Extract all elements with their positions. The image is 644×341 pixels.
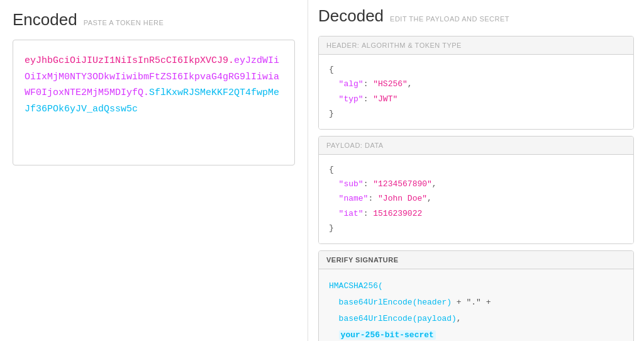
verify-section: VERIFY SIGNATURE HMACSHA256( base64UrlEn… [318,250,634,341]
hmac-func: HMACSHA256( [329,281,383,291]
typ-value: "JWT" [373,94,397,104]
header-label: HEADER: [326,42,359,49]
header-section-header: HEADER: ALGORITHM & TOKEN TYPE [319,36,633,55]
base64-header: base64UrlEncode(header) [339,298,452,307]
encoded-token-box[interactable]: eyJhbGciOiJIUzI1NiIsInR5cCI6IkpXVCJ9.eyJ… [13,40,295,165]
payload-section-body[interactable]: { "sub": "1234567890", "name": "John Doe… [319,155,633,243]
open-brace-2: { [329,165,334,174]
token-part1: eyJhbGciOiJIUzI1NiIsInR5cCI6IkpXVCJ9. [25,55,234,66]
verify-line4: your-256-bit-secret [329,327,623,341]
iat-value: 1516239022 [373,209,422,218]
header-section: HEADER: ALGORITHM & TOKEN TYPE { "alg": … [318,36,634,130]
verify-line2: base64UrlEncode(header) + "." + [329,294,623,311]
verify-body[interactable]: HMACSHA256( base64UrlEncode(header) + ".… [319,269,633,341]
open-brace-1: { [329,65,334,74]
verify-header: VERIFY SIGNATURE [319,251,633,269]
secret-placeholder: your-256-bit-secret [339,330,436,340]
decoded-title: Decoded [318,6,384,26]
verify-line1: HMACSHA256( [329,278,623,294]
verify-label: VERIFY SIGNATURE [326,256,399,264]
sub-key: "sub" [339,179,364,189]
decoded-header: Decoded EDIT THE PAYLOAD AND SECRET [318,6,634,26]
header-section-body[interactable]: { "alg": "HS256", "typ": "JWT" } [319,55,633,129]
encoded-panel: Encoded PASTE A TOKEN HERE eyJhbGciOiJIU… [0,0,308,341]
sub-value: "1234567890" [373,179,432,189]
header-sublabel: ALGORITHM & TOKEN TYPE [362,42,462,49]
iat-key: "iat" [339,209,364,218]
encoded-header: Encoded PASTE A TOKEN HERE [13,10,295,30]
alg-key: "alg" [339,79,364,89]
payload-section-header: PAYLOAD: DATA [319,137,633,155]
base64-payload: base64UrlEncode(payload) [339,314,457,323]
close-brace-1: } [329,109,334,118]
verify-line3: base64UrlEncode(payload), [329,311,623,327]
encoded-title: Encoded [13,10,77,30]
decoded-panel: Decoded EDIT THE PAYLOAD AND SECRET HEAD… [308,0,644,341]
close-brace-2: } [329,223,334,233]
typ-key: "typ" [339,94,364,104]
alg-value: "HS256" [373,79,408,89]
payload-section: PAYLOAD: DATA { "sub": "1234567890", "na… [318,136,634,244]
decoded-subtitle: EDIT THE PAYLOAD AND SECRET [390,15,509,23]
payload-label: PAYLOAD: [326,142,362,149]
payload-sublabel: DATA [365,142,384,149]
name-key: "name" [339,194,369,203]
encoded-subtitle: PASTE A TOKEN HERE [84,19,164,26]
name-value: "John Doe" [378,194,427,203]
